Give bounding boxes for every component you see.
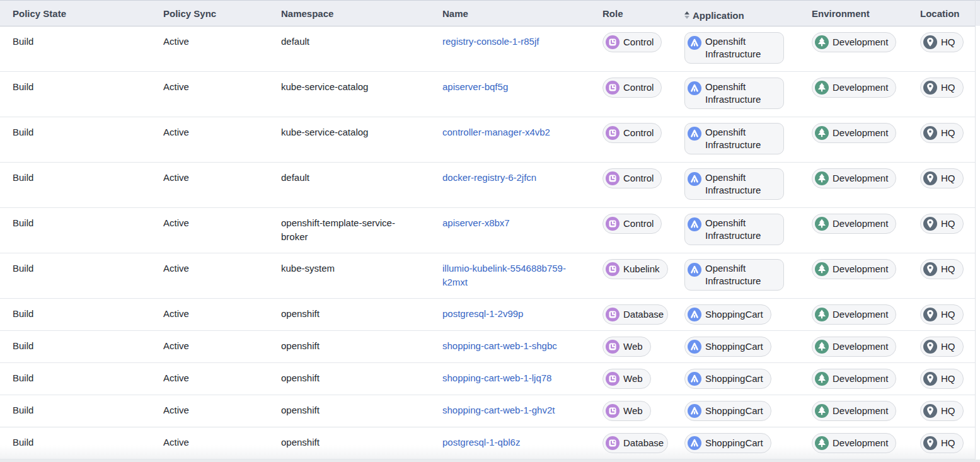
- column-header-environment[interactable]: Environment: [799, 1, 908, 26]
- table-row: Build Active default docker-registry-6-2…: [0, 163, 975, 208]
- location-label-pill[interactable]: HQ: [920, 369, 964, 389]
- role-label-pill[interactable]: Control: [602, 214, 662, 234]
- workload-name-link[interactable]: apiserver-bqf5g: [442, 80, 508, 94]
- application-label-pill[interactable]: Openshift Infrastructure: [684, 259, 784, 291]
- policy-sync-value: Active: [163, 405, 189, 415]
- location-label-pill[interactable]: HQ: [920, 78, 964, 98]
- policy-sync-cell: Active: [151, 363, 268, 395]
- workload-name-link[interactable]: postgresql-1-2v99p: [442, 307, 523, 321]
- environment-label-icon: [815, 308, 829, 321]
- environment-label-pill[interactable]: Development: [812, 304, 896, 325]
- role-cell: Database: [590, 427, 672, 459]
- location-value: HQ: [941, 405, 955, 417]
- environment-label-pill[interactable]: Development: [812, 433, 896, 453]
- environment-label-icon: [815, 126, 829, 140]
- location-value: HQ: [941, 263, 955, 275]
- application-label-pill[interactable]: ShoppingCart: [684, 433, 771, 453]
- column-header-location[interactable]: Location: [908, 1, 975, 26]
- role-label-pill[interactable]: Web: [602, 337, 651, 357]
- column-header-name[interactable]: Name: [430, 1, 590, 26]
- application-label-pill[interactable]: ShoppingCart: [684, 369, 771, 389]
- application-label-pill[interactable]: Openshift Infrastructure: [684, 168, 784, 200]
- workload-name-link[interactable]: registry-console-1-r85jf: [442, 35, 539, 49]
- application-cell: Openshift Infrastructure: [672, 253, 799, 299]
- policy-sync-cell: Active: [151, 331, 268, 363]
- environment-label-pill[interactable]: Development: [812, 168, 896, 188]
- location-label-pill[interactable]: HQ: [920, 401, 964, 421]
- application-label-pill[interactable]: ShoppingCart: [684, 337, 771, 357]
- application-value: Openshift Infrastructure: [705, 81, 776, 106]
- workload-name-link[interactable]: controller-manager-x4vb2: [442, 125, 550, 139]
- policy-state-value: Build: [13, 308, 33, 319]
- role-label-pill[interactable]: Control: [602, 123, 662, 143]
- role-label-pill[interactable]: Control: [602, 32, 662, 52]
- workload-name-link[interactable]: shopping-cart-web-1-shgbc: [442, 339, 557, 353]
- role-label-pill[interactable]: Web: [602, 369, 651, 389]
- column-header-role[interactable]: Role: [590, 1, 672, 26]
- workload-name-link[interactable]: illumio-kubelink-554688b759-k2mxt: [442, 262, 571, 289]
- application-label-pill[interactable]: Openshift Infrastructure: [684, 78, 784, 109]
- namespace-value: kube-service-catalog: [281, 81, 368, 92]
- table-header: Policy State Policy Sync Namespace Name …: [0, 1, 975, 26]
- location-label-pill[interactable]: HQ: [920, 214, 964, 234]
- role-value: Web: [623, 372, 643, 385]
- location-label-pill[interactable]: HQ: [920, 433, 964, 453]
- column-header-policy-state[interactable]: Policy State: [0, 1, 151, 26]
- table-right-gutter-header: [976, 0, 980, 26]
- role-label-pill[interactable]: Database: [602, 433, 668, 453]
- location-pin-icon: [923, 217, 937, 231]
- environment-label-pill[interactable]: Development: [812, 123, 896, 143]
- workload-name-link[interactable]: docker-registry-6-2jfcn: [442, 171, 536, 185]
- workload-name-link[interactable]: shopping-cart-web-1-ghv2t: [442, 403, 555, 417]
- environment-label-pill[interactable]: Development: [812, 337, 896, 357]
- application-cell: ShoppingCart: [672, 299, 799, 331]
- location-label-pill[interactable]: HQ: [920, 32, 964, 52]
- environment-value: Development: [833, 217, 888, 230]
- namespace-value: openshift: [281, 405, 320, 415]
- role-label-icon: [606, 436, 620, 450]
- role-label-pill[interactable]: Control: [602, 78, 662, 98]
- column-header-label: Location: [920, 8, 960, 19]
- column-header-namespace[interactable]: Namespace: [268, 1, 430, 26]
- role-label-pill[interactable]: Web: [602, 401, 651, 421]
- environment-label-pill[interactable]: Development: [812, 369, 896, 389]
- sort-arrows-icon: [684, 11, 689, 19]
- application-label-pill[interactable]: ShoppingCart: [684, 401, 771, 421]
- role-label-pill[interactable]: Database: [602, 304, 668, 325]
- role-label-pill[interactable]: Kubelink: [602, 259, 668, 279]
- workload-name-link[interactable]: postgresql-1-qbl6z: [442, 436, 520, 449]
- application-label-pill[interactable]: Openshift Infrastructure: [684, 214, 784, 245]
- location-label-pill[interactable]: HQ: [920, 337, 964, 357]
- location-label-pill[interactable]: HQ: [920, 304, 964, 325]
- location-label-pill[interactable]: HQ: [920, 259, 964, 279]
- role-cell: Control: [590, 26, 672, 72]
- workload-name-link[interactable]: shopping-cart-web-1-ljq78: [442, 371, 551, 385]
- role-cell: Database: [590, 299, 672, 331]
- policy-sync-cell: Active: [151, 427, 268, 459]
- application-label-pill[interactable]: Openshift Infrastructure: [684, 32, 784, 64]
- application-label-pill[interactable]: ShoppingCart: [684, 304, 771, 325]
- workload-name-link[interactable]: apiserver-x8bx7: [442, 216, 510, 230]
- column-header-policy-sync[interactable]: Policy Sync: [151, 1, 268, 26]
- column-header-label: Role: [602, 8, 623, 19]
- application-label-icon: [688, 404, 701, 418]
- column-header-label: Environment: [812, 8, 870, 19]
- application-cell: Openshift Infrastructure: [672, 208, 799, 253]
- policy-state-value: Build: [13, 127, 33, 137]
- location-label-pill[interactable]: HQ: [920, 168, 964, 188]
- application-cell: ShoppingCart: [672, 427, 799, 459]
- column-header-application[interactable]: Application: [672, 1, 799, 26]
- role-label-icon: [606, 171, 620, 185]
- location-cell: HQ: [908, 117, 975, 163]
- environment-label-pill[interactable]: Development: [812, 32, 896, 52]
- environment-label-pill[interactable]: Development: [812, 78, 896, 98]
- role-label-pill[interactable]: Control: [602, 168, 662, 188]
- location-label-pill[interactable]: HQ: [920, 123, 964, 143]
- environment-label-pill[interactable]: Development: [812, 259, 896, 279]
- environment-label-pill[interactable]: Development: [812, 214, 896, 234]
- environment-label-icon: [815, 35, 829, 49]
- environment-label-pill[interactable]: Development: [812, 401, 896, 421]
- column-header-label: Name: [442, 8, 468, 19]
- environment-label-icon: [815, 340, 829, 354]
- application-label-pill[interactable]: Openshift Infrastructure: [684, 123, 784, 154]
